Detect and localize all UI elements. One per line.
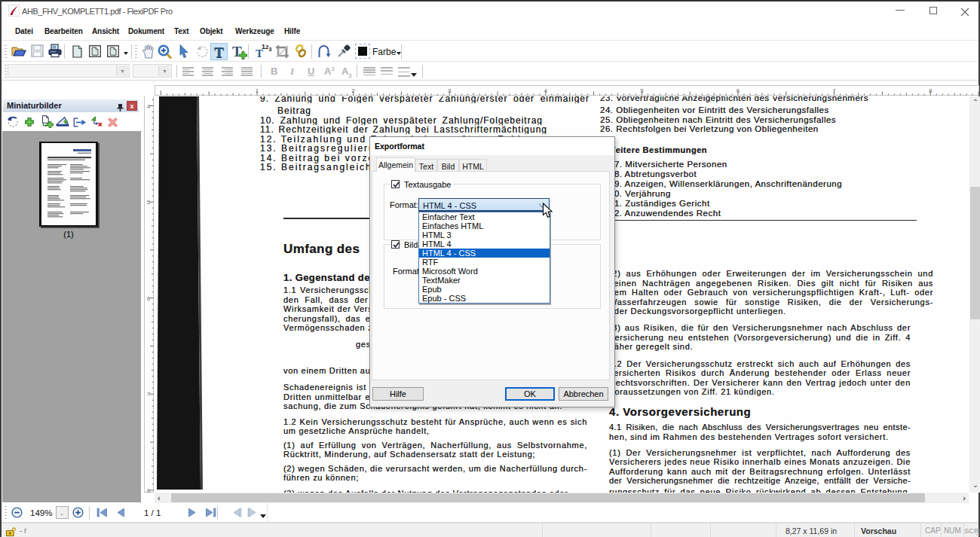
svg-text:5: 5 xyxy=(147,199,151,206)
svg-text:6: 6 xyxy=(147,295,151,302)
svg-text:4: 4 xyxy=(147,103,151,110)
svg-text:8: 8 xyxy=(147,487,151,493)
svg-text:7: 7 xyxy=(147,391,151,398)
